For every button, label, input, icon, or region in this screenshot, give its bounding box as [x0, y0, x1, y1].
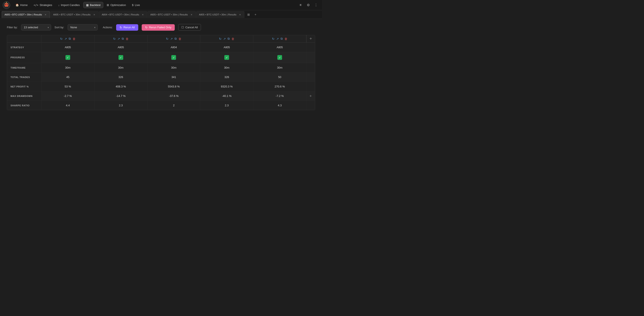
- col1-total-trades: 45: [42, 72, 94, 82]
- tab-close-3[interactable]: ✕: [190, 13, 193, 16]
- more-options-btn[interactable]: ⋮: [312, 2, 320, 8]
- settings-btn[interactable]: ⚙: [305, 2, 312, 8]
- tab-0[interactable]: All05 • BTC-USDT • 30m | Results ✕: [2, 11, 50, 18]
- nav-backtest-btn[interactable]: ▦ Backtest: [83, 2, 104, 8]
- col2-total-trades: 326: [94, 72, 148, 82]
- col4-copy-icon[interactable]: ⧉: [228, 37, 230, 40]
- add-column-top-btn[interactable]: +: [306, 35, 315, 42]
- col4-sharpe-ratio: 2.3: [200, 101, 253, 110]
- col2-delete-icon[interactable]: 🗑: [126, 37, 128, 40]
- timeframe-row: TIMEFRAME 30m 30m 30m 30m 30m: [7, 63, 315, 72]
- cancel-icon: ☐: [182, 26, 184, 29]
- col3-progress-check: ✓: [171, 55, 176, 60]
- svg-point-3: [5, 4, 6, 5]
- rerun-all-icon: ↻: [120, 26, 122, 29]
- tab-label-0: All05 • BTC-USDT • 30m | Results: [4, 13, 42, 16]
- nav-home-btn[interactable]: 🏠 Home: [13, 2, 30, 8]
- more-vert-icon: ⋮: [314, 3, 318, 7]
- cancel-all-button[interactable]: ☐ Cancel All: [178, 24, 201, 31]
- col4-timeframe: 30m: [200, 63, 253, 72]
- tabs-add-btn[interactable]: ＋: [252, 11, 258, 17]
- col5-external-icon[interactable]: ↗: [276, 37, 279, 40]
- col1-delete-icon[interactable]: 🗑: [72, 37, 76, 40]
- sharpe-ratio-row-label: SHARPE RATIO: [7, 101, 42, 110]
- filter-select-wrapper: 13 selected: [21, 24, 51, 30]
- col2-external-icon[interactable]: ↗: [118, 37, 120, 40]
- rerun-all-button[interactable]: ↻ Rerun All: [116, 24, 138, 31]
- col5-total-trades: 50: [253, 72, 306, 82]
- col2-progress: ✓: [94, 52, 148, 63]
- net-profit-row: NET PROFIT % 53 % 408.3 % 5543.8 % 9320.…: [7, 82, 315, 91]
- home-icon: 🏠: [16, 3, 19, 7]
- nav-strategies-btn[interactable]: </> Strategies: [31, 2, 55, 8]
- max-drawdown-row: MAX DRAWDOWN -2.7 % -14.7 % -37.6 % -40.…: [7, 91, 315, 101]
- tab-label-3: All05 • BTC-USDT • 30m | Results: [150, 13, 188, 16]
- backtest-icon: ▦: [86, 3, 89, 7]
- col5-strategy: All05: [253, 43, 306, 52]
- svg-point-5: [6, 4, 6, 5]
- col1-actions: ↻ ↗ ⧉ 🗑: [42, 35, 94, 42]
- sharpe-ratio-row: SHARPE RATIO 4.4 2.3 2 2.3 4.3: [7, 101, 315, 110]
- col2-sharpe-ratio: 2.3: [94, 101, 148, 110]
- col1-refresh-icon[interactable]: ↻: [60, 37, 63, 40]
- col3-timeframe: 30m: [148, 63, 200, 72]
- col5-actions: ↻ ↗ ⧉ 🗑: [253, 35, 306, 42]
- col2-net-profit: 408.3 %: [94, 82, 148, 91]
- app-logo: [2, 1, 10, 9]
- col4-net-profit: 9320.3 %: [200, 82, 253, 91]
- live-icon: $: [132, 3, 134, 7]
- theme-toggle-btn[interactable]: ☀: [297, 2, 304, 8]
- nav-live-btn[interactable]: $ Live: [130, 2, 142, 8]
- col2-copy-icon[interactable]: ⧉: [122, 37, 124, 40]
- col5-refresh-icon[interactable]: ↻: [272, 37, 274, 40]
- progress-row-label: PROGRESS: [7, 52, 42, 63]
- tab-label-1: All05 • BTC-USDT • 30m | Results: [53, 13, 90, 16]
- col1-max-drawdown: -2.7 %: [42, 91, 94, 101]
- col5-copy-icon[interactable]: ⧉: [280, 37, 283, 40]
- col5-delete-icon[interactable]: 🗑: [284, 37, 288, 40]
- col4-external-icon[interactable]: ↗: [223, 37, 226, 40]
- rerun-failed-button[interactable]: ↻ Rerun Failed Only: [142, 24, 175, 31]
- filter-select[interactable]: 13 selected: [21, 24, 51, 30]
- col2-max-drawdown: -14.7 %: [94, 91, 148, 101]
- tab-1[interactable]: All05 • BTC-USDT • 30m | Results ✕: [50, 11, 98, 18]
- tabs-layers-btn[interactable]: ⊞: [246, 11, 252, 17]
- tab-close-1[interactable]: ✕: [93, 13, 96, 16]
- col4-delete-icon[interactable]: 🗑: [232, 37, 234, 40]
- col3-refresh-icon[interactable]: ↻: [166, 37, 168, 40]
- col4-refresh-icon[interactable]: ↻: [219, 37, 222, 40]
- main-content: Filter by: 13 selected Sort by: None Act…: [0, 19, 322, 115]
- col1-timeframe: 30m: [42, 63, 94, 72]
- col3-strategy: All04: [148, 43, 200, 52]
- tab-label-4: All05 • BTC-USDT • 30m | Results: [199, 13, 236, 16]
- tab-close-0[interactable]: ✕: [44, 13, 47, 16]
- tab-close-4[interactable]: ✕: [238, 13, 242, 16]
- results-table: ↻ ↗ ⧉ 🗑 ↻ ↗ ⧉ 🗑 ↻ ↗ ⧉ 🗑 ↻ ↗ ⧉ 🗑: [7, 35, 315, 110]
- sort-select[interactable]: None: [68, 24, 98, 30]
- col1-external-icon[interactable]: ↗: [64, 37, 67, 40]
- filter-by-label: Filter by:: [7, 26, 18, 29]
- tab-4[interactable]: All05 • BTC-USDT • 30m | Results ✕: [196, 11, 244, 18]
- col4-actions: ↻ ↗ ⧉ 🗑: [200, 35, 253, 42]
- add-column-middle-btn[interactable]: +: [306, 94, 315, 98]
- tab-close-2[interactable]: ✕: [141, 13, 144, 16]
- nav-optimization-btn[interactable]: ⊞ Optimization: [104, 2, 128, 8]
- layers-icon: ⊞: [247, 13, 250, 16]
- actions-label: Actions:: [103, 26, 113, 29]
- tab-2[interactable]: All04 • BTC-USDT • 30m | Results ✕: [99, 11, 147, 18]
- col1-sharpe-ratio: 4.4: [42, 101, 94, 110]
- timeframe-row-label: TIMEFRAME: [7, 63, 42, 72]
- tab-3[interactable]: All05 • BTC-USDT • 30m | Results ✕: [148, 11, 196, 18]
- col5-max-drawdown: -7.2 %: [253, 91, 306, 101]
- col3-copy-icon[interactable]: ⧉: [174, 37, 177, 40]
- col3-delete-icon[interactable]: 🗑: [178, 37, 182, 40]
- col2-strategy: All05: [94, 43, 148, 52]
- col1-net-profit: 53 %: [42, 82, 94, 91]
- col3-external-icon[interactable]: ↗: [170, 37, 173, 40]
- col2-refresh-icon[interactable]: ↻: [113, 37, 116, 40]
- col1-copy-icon[interactable]: ⧉: [69, 37, 71, 40]
- plus-icon: ＋: [254, 13, 257, 16]
- nav-import-candles-btn[interactable]: ↓ Import Candles: [56, 2, 82, 8]
- col5-progress: ✓: [253, 52, 306, 63]
- svg-point-4: [7, 4, 8, 5]
